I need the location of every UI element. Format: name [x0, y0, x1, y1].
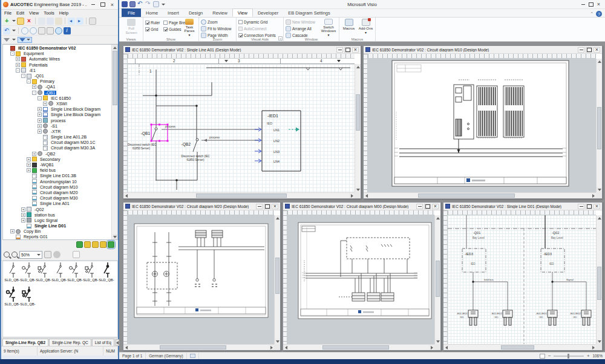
- symbol-extra-icon[interactable]: [73, 251, 80, 258]
- tree-expander-icon[interactable]: +: [38, 129, 42, 134]
- w5-scroll-up-icon[interactable]: [597, 215, 602, 221]
- delete-icon[interactable]: [25, 18, 33, 25]
- tree-item[interactable]: +field bus: [3, 167, 111, 173]
- tree-expander-icon[interactable]: +: [16, 63, 20, 67]
- tree-item[interactable]: --QB1: [3, 90, 111, 96]
- w3-maximize-icon[interactable]: [264, 204, 270, 209]
- tree-item[interactable]: Single Line A01.2B: [3, 134, 111, 140]
- w5-vertical-scrollbar[interactable]: [596, 215, 602, 344]
- document-icon[interactable]: [153, 1, 159, 7]
- symbol-item[interactable]: SLD_QB-: [67, 262, 83, 287]
- back-icon[interactable]: [68, 18, 75, 25]
- database-yellow-icon[interactable]: [84, 241, 91, 248]
- w1-minimize-icon[interactable]: [336, 47, 343, 53]
- tree-expander-icon[interactable]: +: [16, 57, 20, 61]
- w1-scroll-up-icon[interactable]: [355, 64, 361, 70]
- tree-expander-icon[interactable]: +: [38, 119, 42, 123]
- tree-expander-icon[interactable]: +: [27, 168, 31, 172]
- zoom-button[interactable]: Zoom: [201, 19, 218, 25]
- w2-scroll-up-icon[interactable]: [597, 59, 602, 64]
- language-indicator[interactable]: German (Germany): [146, 353, 186, 359]
- tree-item[interactable]: -IEC 61850: [3, 96, 111, 101]
- w3-minimize-icon[interactable]: [256, 204, 263, 209]
- tab-design[interactable]: Design: [184, 8, 208, 17]
- w3-horizontal-scrollbar[interactable]: [123, 344, 274, 350]
- zoom-out-icon[interactable]: [30, 27, 37, 34]
- w3-scroll-left-icon[interactable]: [123, 345, 129, 350]
- tree-item[interactable]: +XSWI: [3, 101, 111, 106]
- w4-vscroll-thumb[interactable]: [436, 261, 440, 297]
- undo-icon[interactable]: [137, 1, 143, 7]
- tree-expander-icon[interactable]: +: [38, 124, 42, 128]
- tree-item[interactable]: +Copy Bin: [3, 229, 111, 234]
- scroll-up-icon[interactable]: [113, 45, 117, 50]
- tree-expander-icon[interactable]: +: [21, 213, 25, 217]
- tree-expander-icon[interactable]: -: [16, 68, 20, 73]
- tree-item[interactable]: Circuit diagram M10: [3, 184, 111, 190]
- w1-scroll-right-icon[interactable]: [349, 193, 355, 198]
- tree-expander-icon[interactable]: -: [38, 96, 42, 100]
- visio-close-button[interactable]: [595, 1, 603, 8]
- w3-close-icon[interactable]: [272, 204, 278, 209]
- database-yellow3-icon[interactable]: [100, 241, 106, 248]
- guides-checkbox[interactable]: Guides: [163, 26, 182, 32]
- tree-item[interactable]: +process: [3, 117, 111, 123]
- w3-scroll-down-icon[interactable]: [275, 339, 280, 344]
- symbol-zoom-out-icon[interactable]: [11, 252, 18, 258]
- tree-item[interactable]: +Automatic Wires: [3, 56, 111, 62]
- w1-scroll-down-icon[interactable]: [355, 187, 361, 192]
- tree-expander-icon[interactable]: +: [27, 163, 31, 167]
- autoconnect-checkbox[interactable]: AutoConnect: [238, 25, 267, 31]
- page-indicator[interactable]: Page 1 of 1: [119, 353, 146, 359]
- web-icon[interactable]: [55, 27, 62, 34]
- eb-minimize-button[interactable]: [89, 1, 97, 8]
- tree-item[interactable]: Circuit diagram M30.3A: [3, 145, 111, 151]
- tree-expander-icon[interactable]: -: [21, 74, 25, 78]
- w5-drawing-canvas[interactable]: -Q01 Bay Level -Q02 Bay Level -IED3 IED …: [448, 215, 596, 344]
- tree-expander-icon[interactable]: +: [21, 207, 25, 212]
- tree-item[interactable]: +-XTR: [3, 129, 111, 134]
- w3-scroll-right-icon[interactable]: [269, 345, 274, 350]
- zoom-level[interactable]: 106%: [592, 354, 603, 358]
- tree-item[interactable]: Single Line D01: [3, 223, 111, 229]
- w2-scroll-left-icon[interactable]: [364, 193, 369, 198]
- add-dropdown-icon[interactable]: [12, 20, 16, 22]
- tab-scroll-left-icon[interactable]: [116, 339, 119, 346]
- open-folder-icon[interactable]: [17, 18, 24, 25]
- tab-review[interactable]: Review: [208, 8, 232, 17]
- w4-maximize-icon[interactable]: [424, 204, 431, 209]
- visio-minimize-button[interactable]: [579, 1, 587, 8]
- w2-drawing-canvas[interactable]: [368, 59, 596, 192]
- tree-item[interactable]: --E1: [3, 68, 111, 73]
- dynamic-grid-checkbox[interactable]: Dynamic Grid: [238, 19, 267, 25]
- w5-maximize-icon[interactable]: [586, 204, 592, 209]
- w4-close-icon[interactable]: [432, 204, 439, 209]
- tree-expander-icon[interactable]: -: [27, 79, 31, 83]
- symbol-item[interactable]: SLD_QB-: [83, 262, 99, 287]
- symbol-item[interactable]: SLD_QB-: [20, 287, 36, 311]
- w4-horizontal-scrollbar[interactable]: [283, 344, 434, 350]
- w4-scroll-up-icon[interactable]: [435, 215, 440, 221]
- tree-item[interactable]: +-WQB1: [3, 162, 111, 167]
- eb-maximize-button[interactable]: [99, 1, 106, 8]
- tree-expander-icon[interactable]: +: [32, 152, 36, 156]
- scroll-down-icon[interactable]: [113, 234, 117, 239]
- database-green-icon[interactable]: [76, 241, 83, 248]
- w5-minimize-icon[interactable]: [578, 204, 584, 209]
- zoom-in-button[interactable]: +: [586, 353, 590, 359]
- tree-item[interactable]: +Secondary: [3, 157, 111, 162]
- cut-icon[interactable]: [38, 18, 45, 25]
- symbol-item[interactable]: SLD_QB-: [36, 262, 51, 287]
- symbol-item[interactable]: SLD_QB-: [20, 262, 36, 287]
- w1-title-bar[interactable]: IEC 61850 Demonstrator V02 : Single Line…: [123, 46, 361, 54]
- zoom-slider[interactable]: [554, 356, 584, 357]
- tree-item[interactable]: Circuit diagram M20: [3, 190, 111, 195]
- tab-insert[interactable]: Insert: [163, 8, 184, 17]
- w4-title-bar[interactable]: IEC 61850 Demonstrator V02 : Circuit dia…: [283, 203, 440, 210]
- w3-vertical-scrollbar[interactable]: [274, 215, 280, 344]
- symbol-zoom-select[interactable]: 50%: [19, 251, 42, 259]
- new-window-button[interactable]: New Window: [286, 19, 315, 25]
- visio-title-bar[interactable]: Microsoft Visio: [119, 0, 605, 9]
- w3-hscroll-thumb[interactable]: [160, 345, 226, 349]
- w5-scroll-down-icon[interactable]: [597, 339, 602, 344]
